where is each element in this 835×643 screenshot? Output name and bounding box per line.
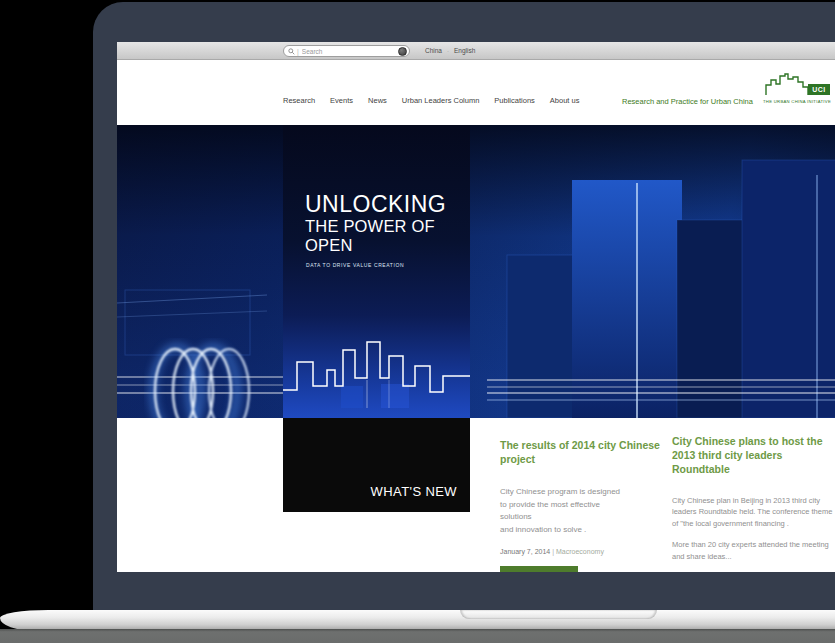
article-card-2: City Chinese plans to host the 2013 thir…	[672, 434, 835, 572]
language-switcher: China · English	[425, 47, 475, 54]
nav-item-about-us[interactable]: About us	[550, 96, 580, 105]
meta-separator: |	[552, 548, 554, 555]
city-night-artwork	[117, 125, 835, 418]
article-2-title[interactable]: City Chinese plans to host the 2013 thir…	[672, 434, 835, 477]
nav-item-news[interactable]: News	[368, 96, 387, 105]
hero-title-line2: THE POWER OF OPEN	[305, 217, 470, 255]
hero-title-line1: UNLOCKING	[305, 193, 470, 216]
article-1-category[interactable]: Macroeconomy	[556, 548, 604, 555]
laptop-screen-content: | China · English Research Events News U…	[117, 42, 835, 572]
search-go-button[interactable]	[398, 47, 407, 56]
site-tagline: Research and Practice for Urban China	[622, 97, 753, 106]
laptop-lid-notch	[460, 610, 657, 619]
whats-new-panel: WHAT'S NEW	[283, 418, 470, 512]
nav-item-publications[interactable]: Publications	[494, 96, 534, 105]
lang-separator: ·	[447, 48, 449, 54]
article-2-body-paragraph-2: More than 20 city experts attended the m…	[672, 539, 835, 562]
search-divider: |	[297, 48, 299, 55]
continue-reading-button[interactable]: Continue Reading	[500, 566, 578, 572]
lang-link-china[interactable]: China	[425, 47, 442, 54]
laptop-base	[0, 610, 835, 631]
article-2-body-paragraph-1: City Chinese plan in Beijing in 2013 thi…	[672, 495, 835, 530]
article-1-meta: January 7, 2014|Macroeconomy	[500, 548, 660, 555]
uci-acronym-badge: UCI	[808, 84, 830, 95]
hero-center-panel: UNLOCKING THE POWER OF OPEN DATA TO DRIV…	[283, 125, 470, 418]
site-header: Research Events News Urban Leaders Colum…	[117, 60, 835, 125]
article-card-1: The results of 2014 city Chinese project…	[500, 438, 660, 572]
browser-topbar: | China · English	[117, 42, 835, 60]
uci-logo-name: THE URBAN CHINA INITIATIVE	[763, 99, 831, 104]
city-skyline-icon	[283, 328, 470, 408]
nav-item-research[interactable]: Research	[283, 96, 315, 105]
hero-subtitle: DATA TO DRIVE VALUE CREATION	[306, 262, 470, 268]
desk-surface	[0, 629, 835, 643]
nav-item-events[interactable]: Events	[330, 96, 353, 105]
article-1-date: January 7, 2014	[500, 548, 550, 555]
whats-new-heading: WHAT'S NEW	[371, 484, 457, 499]
page-background: { "browser_bar": { "search_placeholder":…	[0, 0, 835, 643]
nav-item-urban-leaders-column[interactable]: Urban Leaders Column	[402, 96, 480, 105]
main-nav: Research Events News Urban Leaders Colum…	[283, 96, 579, 105]
search-field[interactable]: |	[283, 45, 410, 57]
article-1-body: City Chinese program is designed to prov…	[500, 486, 660, 536]
article-1-title[interactable]: The results of 2014 city Chinese project	[500, 438, 660, 466]
uci-logo[interactable]: UCI THE URBAN CHINA INITIATIVE	[763, 71, 831, 104]
lang-link-english[interactable]: English	[454, 47, 475, 54]
search-input[interactable]	[302, 48, 398, 55]
hero-banner: UNLOCKING THE POWER OF OPEN DATA TO DRIV…	[117, 125, 835, 418]
search-icon	[288, 48, 295, 55]
